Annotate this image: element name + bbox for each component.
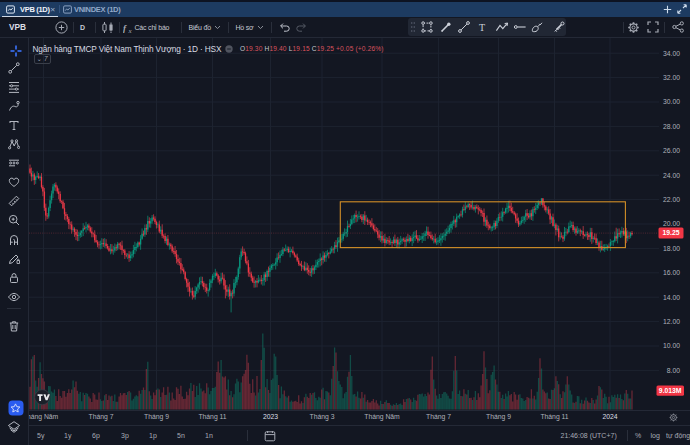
svg-text:Tháng 9: Tháng 9 xyxy=(144,413,169,421)
svg-text:8.00: 8.00 xyxy=(667,367,680,374)
svg-text:18.00: 18.00 xyxy=(663,245,680,252)
svg-text:20.00: 20.00 xyxy=(663,220,680,227)
svg-text:Tháng 11: Tháng 11 xyxy=(198,413,226,421)
svg-text:Tháng 11: Tháng 11 xyxy=(540,413,568,421)
svg-text:26.00: 26.00 xyxy=(663,147,680,154)
svg-text:Tháng 7: Tháng 7 xyxy=(426,413,451,421)
svg-text:28.00: 28.00 xyxy=(663,123,680,130)
svg-text:9.013M: 9.013M xyxy=(659,387,682,394)
svg-text:T: T xyxy=(479,22,485,33)
svg-text:32.00: 32.00 xyxy=(663,74,680,81)
svg-text:2024: 2024 xyxy=(602,413,617,420)
svg-text:Tháng 7: Tháng 7 xyxy=(89,413,114,421)
svg-text:f: f xyxy=(123,22,127,32)
svg-text:12.00: 12.00 xyxy=(663,318,680,325)
svg-text:30.00: 30.00 xyxy=(663,98,680,105)
svg-text:34.00: 34.00 xyxy=(663,50,680,57)
svg-text:Tháng Năm: Tháng Năm xyxy=(364,413,400,421)
svg-text:10.00: 10.00 xyxy=(663,342,680,349)
svg-text:16.00: 16.00 xyxy=(663,269,680,276)
svg-text:24.00: 24.00 xyxy=(663,172,680,179)
svg-text:14.00: 14.00 xyxy=(663,294,680,301)
svg-text:Tháng 9: Tháng 9 xyxy=(486,413,511,421)
svg-text:22.00: 22.00 xyxy=(663,196,680,203)
svg-text:19.25: 19.25 xyxy=(662,229,679,236)
svg-text:x: x xyxy=(128,27,133,34)
svg-text:2023: 2023 xyxy=(263,413,278,420)
svg-text:Tháng 3: Tháng 3 xyxy=(310,413,335,421)
